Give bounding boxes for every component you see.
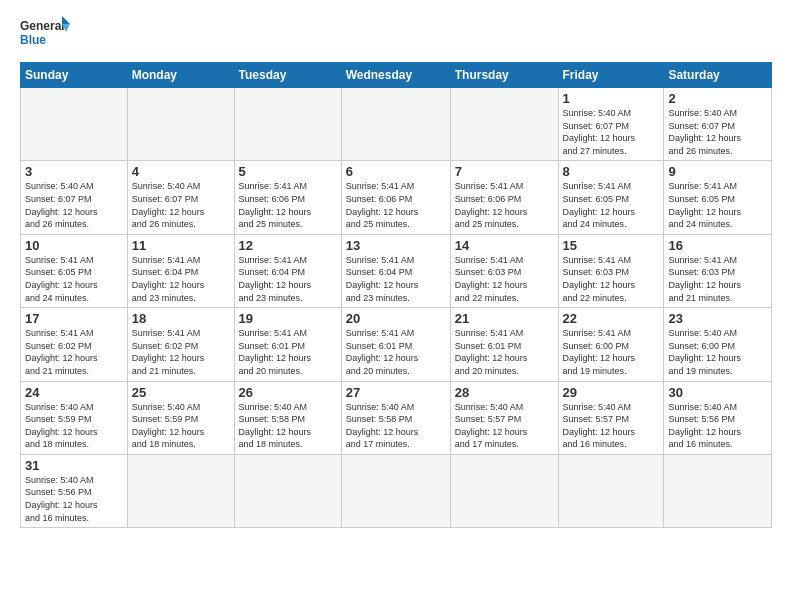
calendar-day-cell: 3Sunrise: 5:40 AM Sunset: 6:07 PM Daylig… (21, 161, 128, 234)
calendar-day-cell (558, 454, 664, 527)
calendar-day-cell: 14Sunrise: 5:41 AM Sunset: 6:03 PM Dayli… (450, 234, 558, 307)
day-number: 22 (563, 311, 660, 326)
day-number: 30 (668, 385, 767, 400)
calendar-day-cell (21, 88, 128, 161)
calendar-day-cell: 8Sunrise: 5:41 AM Sunset: 6:05 PM Daylig… (558, 161, 664, 234)
day-info: Sunrise: 5:41 AM Sunset: 6:06 PM Dayligh… (455, 180, 554, 230)
day-number: 31 (25, 458, 123, 473)
day-number: 10 (25, 238, 123, 253)
col-header-sunday: Sunday (21, 63, 128, 88)
calendar-day-cell (341, 88, 450, 161)
calendar-day-cell: 15Sunrise: 5:41 AM Sunset: 6:03 PM Dayli… (558, 234, 664, 307)
day-info: Sunrise: 5:41 AM Sunset: 6:04 PM Dayligh… (239, 254, 337, 304)
day-info: Sunrise: 5:40 AM Sunset: 5:56 PM Dayligh… (25, 474, 123, 524)
day-info: Sunrise: 5:41 AM Sunset: 6:03 PM Dayligh… (668, 254, 767, 304)
day-number: 12 (239, 238, 337, 253)
calendar-day-cell: 24Sunrise: 5:40 AM Sunset: 5:59 PM Dayli… (21, 381, 128, 454)
calendar-day-cell (234, 454, 341, 527)
day-number: 24 (25, 385, 123, 400)
day-number: 29 (563, 385, 660, 400)
day-info: Sunrise: 5:40 AM Sunset: 6:00 PM Dayligh… (668, 327, 767, 377)
calendar-day-cell: 21Sunrise: 5:41 AM Sunset: 6:01 PM Dayli… (450, 308, 558, 381)
calendar-day-cell: 7Sunrise: 5:41 AM Sunset: 6:06 PM Daylig… (450, 161, 558, 234)
col-header-thursday: Thursday (450, 63, 558, 88)
day-info: Sunrise: 5:40 AM Sunset: 6:07 PM Dayligh… (668, 107, 767, 157)
calendar-day-cell (664, 454, 772, 527)
day-number: 21 (455, 311, 554, 326)
svg-text:Blue: Blue (20, 33, 46, 47)
day-info: Sunrise: 5:40 AM Sunset: 6:07 PM Dayligh… (563, 107, 660, 157)
day-number: 28 (455, 385, 554, 400)
calendar-week-row: 17Sunrise: 5:41 AM Sunset: 6:02 PM Dayli… (21, 308, 772, 381)
day-info: Sunrise: 5:41 AM Sunset: 6:05 PM Dayligh… (563, 180, 660, 230)
calendar-week-row: 24Sunrise: 5:40 AM Sunset: 5:59 PM Dayli… (21, 381, 772, 454)
day-info: Sunrise: 5:40 AM Sunset: 6:07 PM Dayligh… (25, 180, 123, 230)
svg-marker-2 (62, 16, 70, 24)
day-number: 15 (563, 238, 660, 253)
calendar-day-cell: 1Sunrise: 5:40 AM Sunset: 6:07 PM Daylig… (558, 88, 664, 161)
calendar-week-row: 1Sunrise: 5:40 AM Sunset: 6:07 PM Daylig… (21, 88, 772, 161)
calendar-day-cell: 19Sunrise: 5:41 AM Sunset: 6:01 PM Dayli… (234, 308, 341, 381)
col-header-saturday: Saturday (664, 63, 772, 88)
col-header-wednesday: Wednesday (341, 63, 450, 88)
day-info: Sunrise: 5:40 AM Sunset: 5:56 PM Dayligh… (668, 401, 767, 451)
day-number: 25 (132, 385, 230, 400)
calendar-day-cell: 23Sunrise: 5:40 AM Sunset: 6:00 PM Dayli… (664, 308, 772, 381)
calendar-week-row: 10Sunrise: 5:41 AM Sunset: 6:05 PM Dayli… (21, 234, 772, 307)
logo: General Blue (20, 16, 70, 54)
day-number: 2 (668, 91, 767, 106)
calendar-day-cell (450, 88, 558, 161)
day-info: Sunrise: 5:40 AM Sunset: 5:59 PM Dayligh… (132, 401, 230, 451)
calendar-day-cell (127, 88, 234, 161)
day-number: 11 (132, 238, 230, 253)
day-info: Sunrise: 5:40 AM Sunset: 5:57 PM Dayligh… (563, 401, 660, 451)
day-number: 13 (346, 238, 446, 253)
col-header-friday: Friday (558, 63, 664, 88)
day-number: 17 (25, 311, 123, 326)
col-header-monday: Monday (127, 63, 234, 88)
calendar-day-cell: 26Sunrise: 5:40 AM Sunset: 5:58 PM Dayli… (234, 381, 341, 454)
day-number: 9 (668, 164, 767, 179)
calendar-day-cell (234, 88, 341, 161)
svg-text:General: General (20, 19, 65, 33)
day-number: 19 (239, 311, 337, 326)
day-number: 27 (346, 385, 446, 400)
calendar-day-cell: 22Sunrise: 5:41 AM Sunset: 6:00 PM Dayli… (558, 308, 664, 381)
day-info: Sunrise: 5:41 AM Sunset: 6:01 PM Dayligh… (346, 327, 446, 377)
calendar-day-cell (127, 454, 234, 527)
day-info: Sunrise: 5:40 AM Sunset: 5:58 PM Dayligh… (346, 401, 446, 451)
calendar-day-cell (450, 454, 558, 527)
day-info: Sunrise: 5:40 AM Sunset: 5:58 PM Dayligh… (239, 401, 337, 451)
day-info: Sunrise: 5:41 AM Sunset: 6:02 PM Dayligh… (132, 327, 230, 377)
day-info: Sunrise: 5:40 AM Sunset: 5:59 PM Dayligh… (25, 401, 123, 451)
day-info: Sunrise: 5:41 AM Sunset: 6:04 PM Dayligh… (346, 254, 446, 304)
calendar-day-cell: 4Sunrise: 5:40 AM Sunset: 6:07 PM Daylig… (127, 161, 234, 234)
day-number: 18 (132, 311, 230, 326)
calendar-day-cell: 11Sunrise: 5:41 AM Sunset: 6:04 PM Dayli… (127, 234, 234, 307)
day-number: 3 (25, 164, 123, 179)
logo-svg: General Blue (20, 16, 70, 54)
day-info: Sunrise: 5:41 AM Sunset: 6:04 PM Dayligh… (132, 254, 230, 304)
calendar-day-cell: 13Sunrise: 5:41 AM Sunset: 6:04 PM Dayli… (341, 234, 450, 307)
day-info: Sunrise: 5:41 AM Sunset: 6:01 PM Dayligh… (455, 327, 554, 377)
col-header-tuesday: Tuesday (234, 63, 341, 88)
day-number: 20 (346, 311, 446, 326)
calendar-day-cell: 9Sunrise: 5:41 AM Sunset: 6:05 PM Daylig… (664, 161, 772, 234)
day-number: 23 (668, 311, 767, 326)
day-info: Sunrise: 5:41 AM Sunset: 6:06 PM Dayligh… (239, 180, 337, 230)
day-info: Sunrise: 5:41 AM Sunset: 6:05 PM Dayligh… (25, 254, 123, 304)
day-number: 26 (239, 385, 337, 400)
calendar-day-cell: 5Sunrise: 5:41 AM Sunset: 6:06 PM Daylig… (234, 161, 341, 234)
calendar-day-cell: 10Sunrise: 5:41 AM Sunset: 6:05 PM Dayli… (21, 234, 128, 307)
day-info: Sunrise: 5:41 AM Sunset: 6:05 PM Dayligh… (668, 180, 767, 230)
day-info: Sunrise: 5:41 AM Sunset: 6:03 PM Dayligh… (563, 254, 660, 304)
calendar-week-row: 31Sunrise: 5:40 AM Sunset: 5:56 PM Dayli… (21, 454, 772, 527)
calendar-day-cell: 6Sunrise: 5:41 AM Sunset: 6:06 PM Daylig… (341, 161, 450, 234)
calendar-day-cell: 25Sunrise: 5:40 AM Sunset: 5:59 PM Dayli… (127, 381, 234, 454)
calendar-week-row: 3Sunrise: 5:40 AM Sunset: 6:07 PM Daylig… (21, 161, 772, 234)
calendar-day-cell: 31Sunrise: 5:40 AM Sunset: 5:56 PM Dayli… (21, 454, 128, 527)
calendar-day-cell: 29Sunrise: 5:40 AM Sunset: 5:57 PM Dayli… (558, 381, 664, 454)
day-number: 4 (132, 164, 230, 179)
day-info: Sunrise: 5:41 AM Sunset: 6:03 PM Dayligh… (455, 254, 554, 304)
day-number: 6 (346, 164, 446, 179)
